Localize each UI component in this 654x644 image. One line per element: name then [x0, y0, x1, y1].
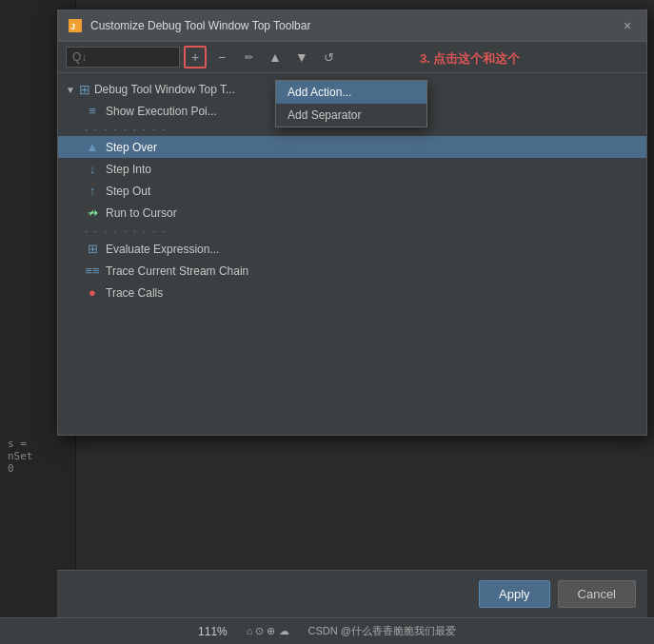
step-over-item[interactable]: ▲ Step Over	[58, 136, 646, 158]
step-into-icon: ↓	[85, 162, 100, 176]
add-dropdown-menu: Add Action... Add Separator	[275, 80, 427, 127]
move-down-button[interactable]: ▼	[290, 46, 313, 68]
dialog-title: Customize Debug Tool Window Top Toolbar	[90, 19, 610, 32]
step-over-icon: ▲	[85, 140, 100, 154]
step-into-label: Step Into	[106, 163, 151, 176]
expand-arrow: ▼	[66, 85, 75, 95]
evaluate-icon: ⊞	[85, 242, 100, 256]
dialog-footer: Apply Cancel	[57, 570, 647, 617]
step-out-label: Step Out	[106, 185, 150, 198]
step-out-icon: ↑	[85, 184, 100, 198]
tree-content: ▼ ⊞ Debug Tool Window Top T... ≡ Show Ex…	[58, 73, 646, 435]
search-input[interactable]	[66, 47, 180, 68]
cancel-button[interactable]: Cancel	[558, 580, 636, 608]
apply-button[interactable]: Apply	[479, 580, 550, 608]
show-exec-icon: ≡	[85, 104, 100, 118]
trace-calls-label: Trace Calls	[106, 286, 163, 300]
close-button[interactable]: ×	[618, 16, 637, 35]
annotation-text: 3. 点击这个和这个	[420, 50, 520, 68]
tree-root-label: Debug Tool Window Top T...	[94, 83, 235, 96]
move-up-button[interactable]: ▲	[264, 46, 287, 68]
step-into-item[interactable]: ↓ Step Into	[58, 158, 646, 180]
app-icon: J	[68, 18, 83, 33]
dialog-toolbar: + − ✏ ▲ ▼ ↺	[58, 42, 646, 73]
add-action-item[interactable]: Add Action...	[276, 81, 426, 104]
reset-button[interactable]: ↺	[317, 46, 340, 68]
edit-button[interactable]: ✏	[237, 46, 260, 68]
group-icon: ⊞	[79, 82, 90, 97]
add-separator-item[interactable]: Add Separator	[276, 104, 426, 127]
tree-separator-2: - - - - - - - - -	[58, 224, 646, 238]
trace-chain-label: Trace Current Stream Chain	[106, 264, 248, 278]
csdn-attribution: CSDN @什么香香脆脆我们最爱	[308, 624, 456, 638]
customize-dialog: J Customize Debug Tool Window Top Toolba…	[57, 10, 647, 436]
zoom-level: 111%	[198, 625, 228, 638]
remove-button[interactable]: −	[210, 46, 233, 68]
add-action-label: Add Action...	[287, 86, 351, 99]
code-text: s =nSet0	[8, 438, 33, 475]
evaluate-label: Evaluate Expression...	[106, 243, 219, 256]
trace-chain-icon: ≡≡	[85, 263, 100, 278]
run-cursor-item[interactable]: ↛ Run to Cursor	[58, 202, 646, 224]
svg-text:J: J	[70, 22, 75, 31]
step-out-item[interactable]: ↑ Step Out	[58, 180, 646, 202]
run-cursor-label: Run to Cursor	[106, 206, 177, 220]
trace-chain-item[interactable]: ≡≡ Trace Current Stream Chain	[58, 260, 646, 282]
trace-calls-item[interactable]: ● Trace Calls	[58, 282, 646, 303]
bottom-status-bar: 111% ⌂ ⊙ ⊕ ☁ CSDN @什么香香脆脆我们最爱	[0, 617, 654, 644]
show-exec-label: Show Execution Poi...	[106, 105, 217, 118]
step-over-label: Step Over	[106, 141, 157, 154]
title-bar: J Customize Debug Tool Window Top Toolba…	[58, 10, 646, 42]
trace-calls-icon: ●	[85, 285, 100, 300]
add-button[interactable]: +	[184, 46, 207, 68]
evaluate-item[interactable]: ⊞ Evaluate Expression...	[58, 238, 646, 260]
add-separator-label: Add Separator	[287, 108, 361, 122]
run-cursor-icon: ↛	[85, 205, 100, 220]
